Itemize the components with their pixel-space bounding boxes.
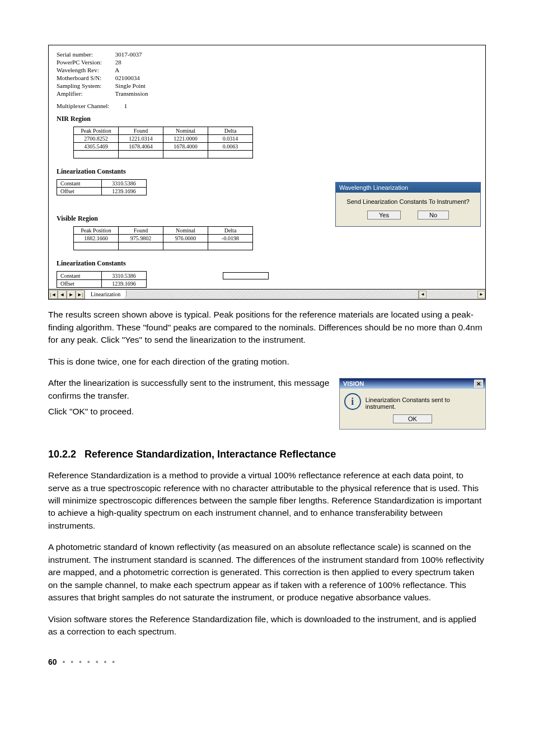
scroll-left-icon[interactable]: ◄ [419, 291, 427, 298]
cell-label: Offset [57, 188, 102, 195]
vis-constants-table: Constant 3310.5386 Offset 1239.1696 [57, 271, 273, 288]
table-row: 1882.1660 975.9802 976.0000 -0.0198 [74, 235, 253, 242]
section-number: 10.2.2 [48, 449, 76, 460]
vision-confirm-dialog: VISION ✕ i Linearization Constants sent … [339, 378, 486, 430]
value-mobo: 02100034 [115, 74, 140, 81]
wavelength-linearization-dialog: Wavelength Linearization Send Linearizat… [335, 182, 481, 227]
tab-strip [127, 290, 418, 299]
nav-next-icon[interactable]: ► [67, 290, 76, 299]
table-header-row: Peak Position Found Nominal Delta [74, 127, 253, 135]
cell: 3310.5386 [102, 180, 147, 188]
cell: 1221.0314 [119, 135, 163, 143]
value-amp: Transmission [115, 90, 148, 97]
info-powerpc: PowerPC Version: 28 [57, 59, 477, 66]
cell: 975.9802 [119, 235, 163, 242]
label-wlrev: Wavelength Rev: [57, 67, 114, 73]
visible-table: Peak Position Found Nominal Delta 1882.1… [73, 226, 253, 250]
sheet-nav: |◄ ◄ ► ►| [49, 290, 85, 299]
cell: 1239.1696 [102, 280, 147, 288]
cell: 0.0063 [208, 143, 253, 151]
scroll-track[interactable] [427, 291, 477, 298]
ok-button[interactable]: OK [393, 414, 432, 423]
cell-label: Offset [57, 280, 102, 288]
info-sampling: Sampling System: Single Point [57, 82, 477, 89]
page-footer: 60 • • • • • • • [48, 657, 486, 666]
label-amp: Amplifier: [57, 90, 114, 97]
section-title: Reference Standardization, Interactance … [85, 449, 336, 460]
horizontal-scrollbar[interactable]: ◄ ► [418, 290, 485, 299]
nir-title: NIR Region [57, 115, 477, 123]
table-row-empty [74, 151, 253, 158]
nir-constants-table: Constant3310.5386 Offset1239.1696 [57, 179, 147, 195]
info-amp: Amplifier: Transmission [57, 90, 477, 97]
nav-prev-icon[interactable]: ◄ [58, 290, 67, 299]
cell: 4305.5469 [74, 143, 119, 151]
cell: 1239.1696 [102, 188, 147, 195]
label-serial: Serial number: [57, 51, 114, 58]
col-found: Found [119, 227, 163, 235]
section-heading: 10.2.2 Reference Standardization, Intera… [48, 449, 486, 460]
cell: -0.0198 [208, 235, 253, 242]
info-wlrev: Wavelength Rev: A [57, 67, 477, 73]
cell: 0.0314 [208, 135, 253, 143]
cell: 1221.0000 [163, 135, 208, 143]
no-button[interactable]: No [418, 211, 449, 220]
cell: 1882.1660 [74, 235, 119, 242]
results-window: Serial number: 3017-0037 PowerPC Version… [48, 45, 486, 300]
paragraph: A photometric standard of known reflecti… [48, 541, 486, 604]
col-peak: Peak Position [74, 227, 119, 235]
nir-lc-title: Linearization Constants [57, 167, 477, 176]
dialog-message: Linearization Constants sent to instrume… [366, 393, 481, 410]
value-sampling: Single Point [115, 82, 146, 89]
label-mux: Multiplexer Channel: [57, 102, 123, 109]
yes-button[interactable]: Yes [367, 211, 401, 220]
paragraph: Reference Standardization is a method to… [48, 469, 486, 532]
sheet-tab-bar: |◄ ◄ ► ►| Linearization ◄ ► [49, 289, 485, 299]
col-nominal: Nominal [163, 127, 208, 135]
empty-box [223, 272, 269, 279]
cell: 3310.5386 [102, 272, 147, 280]
col-found: Found [119, 127, 163, 135]
col-delta: Delta [208, 127, 253, 135]
col-nominal: Nominal [163, 227, 208, 235]
value-wlrev: A [115, 67, 119, 73]
info-mobo: Motherboard S/N: 02100034 [57, 74, 477, 81]
label-sampling: Sampling System: [57, 82, 114, 89]
close-icon[interactable]: ✕ [474, 380, 483, 388]
value-powerpc: 28 [115, 59, 121, 66]
value-mux: 1 [124, 102, 128, 109]
col-delta: Delta [208, 227, 253, 235]
table-row: Offset1239.1696 [57, 188, 147, 195]
label-mobo: Motherboard S/N: [57, 74, 114, 81]
value-serial: 3017-0037 [115, 51, 142, 58]
dialog-title: VISION [343, 380, 364, 387]
table-row: Constant3310.5386 [57, 180, 147, 188]
info-icon: i [344, 393, 361, 410]
table-row: 2700.8252 1221.0314 1221.0000 0.0314 [74, 135, 253, 143]
table-row: Constant 3310.5386 [57, 272, 273, 280]
label-powerpc: PowerPC Version: [57, 59, 114, 66]
table-row-empty [74, 242, 253, 250]
vis-lc-title: Linearization Constants [57, 259, 477, 268]
cell: 976.0000 [163, 235, 208, 242]
paragraph: Vision software stores the Reference Sta… [48, 613, 486, 638]
dialog-message: Send Linearization Constants To Instrume… [341, 198, 475, 205]
page-number: 60 [48, 657, 57, 666]
scroll-right-icon[interactable]: ► [477, 291, 485, 298]
cell: 1678.4064 [119, 143, 163, 151]
table-row: 4305.5469 1678.4064 1678.4000 0.0063 [74, 143, 253, 151]
table-row: Offset 1239.1696 [57, 280, 273, 288]
col-peak: Peak Position [74, 127, 119, 135]
tab-linearization[interactable]: Linearization [85, 290, 127, 299]
cell: 2700.8252 [74, 135, 119, 143]
footer-dots: • • • • • • • [62, 657, 116, 666]
paragraph: This is done twice, one for each directi… [48, 356, 486, 368]
info-mux: Multiplexer Channel: 1 [57, 102, 477, 109]
nav-first-icon[interactable]: |◄ [49, 290, 58, 299]
cell-label: Constant [57, 272, 102, 280]
cell: 1678.4000 [163, 143, 208, 151]
nir-table: Peak Position Found Nominal Delta 2700.8… [73, 127, 253, 158]
nav-last-icon[interactable]: ►| [76, 290, 85, 299]
dialog-title: Wavelength Linearization [336, 183, 480, 193]
cell-label: Constant [57, 180, 102, 188]
